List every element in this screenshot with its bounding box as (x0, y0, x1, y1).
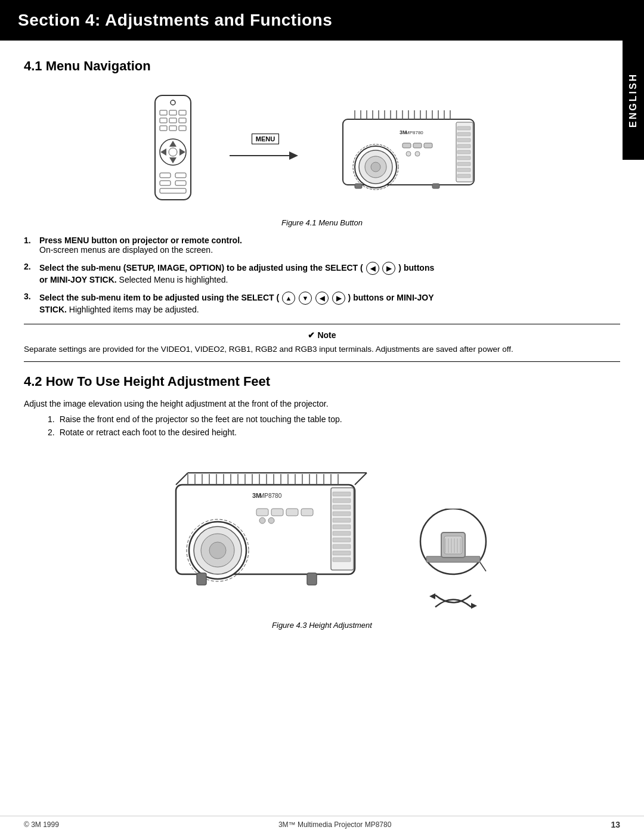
svg-marker-130 (471, 603, 477, 609)
figure-4-3-area: 3M MP8780 (24, 449, 620, 616)
svg-point-111 (268, 518, 274, 524)
svg-point-104 (209, 542, 226, 559)
select-up-btn: ▲ (282, 292, 295, 305)
height-adjustment-steps: 1. Raise the front end of the projector … (24, 414, 620, 437)
section-header: Section 4: Adjustments and Functions (0, 0, 644, 41)
section-4-1-title: 4.1 Menu Navigation (24, 58, 620, 74)
svg-rect-4 (179, 110, 186, 115)
instruction-1-bold: Press MENU button on projector or remote… (39, 236, 242, 245)
svg-rect-92 (333, 505, 351, 509)
instruction-item-1: 1. Press MENU button on projector or rem… (24, 236, 620, 255)
svg-rect-58 (424, 143, 432, 148)
svg-line-129 (480, 562, 486, 571)
note-title: Note (24, 330, 620, 340)
menu-navigation-diagram: MENU (140, 89, 504, 209)
instruction-2-text: Select the sub-menu (SETUP, IMAGE, OPTIO… (39, 263, 434, 272)
footer-copyright: © 3M 1999 (24, 820, 59, 829)
svg-rect-90 (333, 492, 351, 496)
svg-rect-10 (179, 126, 186, 131)
svg-rect-3 (169, 110, 177, 115)
select-right-btn: ▶ (382, 262, 395, 275)
svg-rect-115 (307, 573, 317, 585)
rotation-arrow-svg (429, 586, 477, 616)
section-title-text: Adjustments and Functions (105, 11, 332, 29)
svg-rect-19 (160, 181, 171, 185)
svg-rect-18 (175, 173, 186, 178)
svg-rect-2 (160, 110, 167, 115)
instruction-3-stick: STICK. (39, 305, 67, 314)
svg-rect-64 (355, 184, 362, 188)
svg-rect-97 (333, 538, 351, 542)
svg-rect-106 (256, 509, 268, 516)
svg-rect-45 (457, 138, 470, 142)
svg-rect-17 (160, 173, 171, 178)
svg-rect-94 (333, 518, 351, 522)
svg-text:MP8780: MP8780 (259, 493, 282, 499)
main-content: ENGLISH 4.1 Menu Navigation (0, 41, 644, 650)
svg-rect-6 (169, 118, 177, 123)
section-4-2-title: 4.2 How To Use Height Adjustment Feet (24, 374, 620, 389)
svg-rect-50 (457, 168, 470, 172)
svg-rect-65 (432, 184, 439, 188)
svg-rect-93 (333, 512, 351, 516)
arrow-connector (230, 147, 301, 165)
svg-rect-114 (197, 573, 206, 585)
select-left-btn-2: ◀ (315, 292, 329, 305)
figure-4-1-area: MENU (24, 83, 620, 215)
height-step-2: 2. Rotate or retract each foot to the de… (48, 428, 620, 437)
svg-rect-43 (457, 126, 470, 130)
height-step-1-text: Raise the front end of the projector so … (60, 414, 342, 424)
svg-rect-47 (457, 150, 470, 154)
height-adjustment-projector-svg: 3M MP8780 (152, 449, 402, 616)
svg-rect-44 (457, 132, 470, 136)
instruction-item-2: 2. Select the sub-menu (SETUP, IMAGE, OP… (24, 262, 620, 284)
remote-control-svg (140, 89, 206, 209)
svg-rect-9 (169, 126, 177, 131)
svg-point-60 (415, 151, 420, 156)
svg-rect-21 (160, 188, 186, 193)
figure-4-1-caption: Figure 4.1 Menu Button (24, 218, 620, 227)
svg-rect-49 (457, 162, 470, 166)
svg-rect-100 (333, 558, 351, 562)
svg-point-1 (171, 100, 175, 105)
svg-rect-46 (457, 144, 470, 148)
figure-4-3-caption: Figure 4.3 Height Adjustment (24, 621, 620, 630)
section-4-2-intro: Adjust the image elevation using the hei… (24, 399, 620, 408)
svg-rect-91 (333, 498, 351, 503)
page-footer: © 3M 1999 3M™ Multimedia Projector MP878… (0, 816, 644, 833)
svg-point-55 (371, 162, 380, 172)
svg-rect-8 (160, 126, 167, 131)
svg-rect-122 (444, 536, 462, 554)
page-number: 13 (611, 820, 620, 829)
instruction-2-normal: Selected Menu is highlighted. (119, 275, 228, 284)
svg-point-59 (406, 151, 411, 156)
buttons-label: buttons (404, 263, 434, 272)
select-left-btn: ◀ (366, 262, 379, 275)
svg-rect-107 (271, 509, 283, 516)
select-down-btn: ▼ (299, 292, 312, 305)
note-text: Separate settings are provided for the V… (24, 343, 620, 355)
select-right-btn-2: ▶ (332, 292, 345, 305)
side-tab-english: ENGLISH (623, 41, 644, 160)
svg-line-117 (355, 473, 367, 485)
section-header-text: Section 4: (18, 11, 101, 29)
instruction-3-normal: Highlighted items may be adjusted. (69, 305, 199, 314)
height-step-1: 1. Raise the front end of the projector … (48, 414, 620, 424)
instruction-3-text: Select the sub-menu item to be adjusted … (39, 293, 434, 302)
svg-rect-7 (179, 118, 186, 123)
svg-rect-20 (175, 181, 186, 185)
svg-marker-131 (429, 593, 435, 599)
note-box: Note Separate settings are provided for … (24, 324, 620, 362)
svg-text:MP8780: MP8780 (405, 130, 423, 135)
svg-rect-96 (333, 531, 351, 535)
svg-line-116 (176, 473, 188, 485)
svg-rect-109 (301, 509, 313, 516)
menu-label: MENU (252, 134, 279, 144)
instruction-list: 1. Press MENU button on projector or rem… (24, 236, 620, 314)
svg-rect-5 (160, 118, 167, 123)
foot-closeup-svg (414, 509, 492, 586)
svg-rect-48 (457, 156, 470, 160)
svg-rect-99 (333, 551, 351, 555)
svg-rect-95 (333, 525, 351, 529)
section-4-2: 4.2 How To Use Height Adjustment Feet Ad… (24, 374, 620, 630)
